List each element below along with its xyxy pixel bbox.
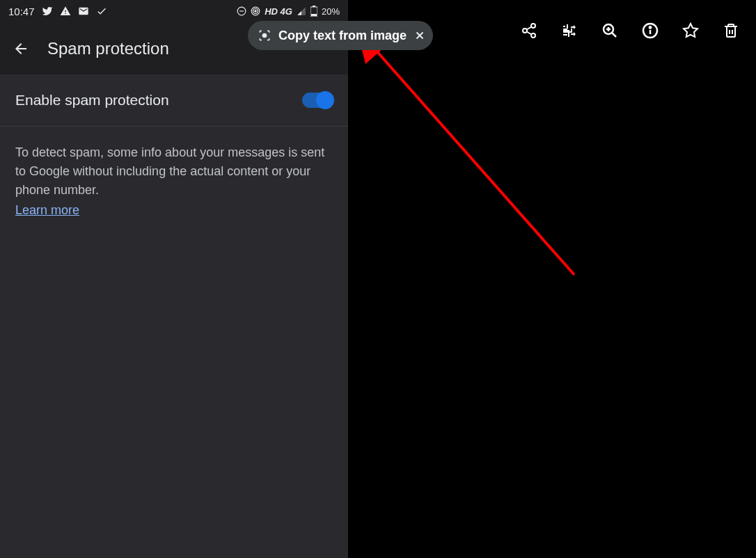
svg-point-11 (531, 24, 535, 28)
svg-point-12 (523, 29, 527, 33)
network-label: HD 4G (265, 6, 292, 17)
spam-toggle-label: Enable spam protection (15, 92, 169, 109)
status-left: 10:47 (8, 6, 107, 17)
twitter-icon (42, 6, 53, 17)
svg-rect-18 (563, 30, 569, 31)
svg-rect-19 (571, 29, 572, 33)
signal-icon (297, 6, 306, 16)
hotspot-icon (251, 6, 260, 16)
switch-thumb (316, 91, 334, 109)
spam-toggle-row[interactable]: Enable spam protection (0, 74, 348, 127)
photo-viewer (348, 0, 756, 558)
svg-rect-6 (313, 6, 315, 7)
close-icon[interactable] (414, 29, 426, 42)
checkmark-icon (96, 6, 107, 17)
learn-more-link[interactable]: Learn more (15, 201, 79, 220)
svg-rect-17 (567, 24, 568, 29)
warning-icon (60, 6, 71, 17)
battery-percent: 20% (322, 6, 340, 17)
svg-rect-20 (563, 34, 567, 35)
delete-button[interactable] (723, 22, 739, 39)
photo-toolbar (521, 22, 739, 39)
description-text: To detect spam, some info about your mes… (15, 145, 324, 197)
share-button[interactable] (521, 22, 537, 39)
svg-point-13 (531, 33, 535, 38)
page-title: Spam protection (47, 39, 169, 58)
svg-rect-7 (311, 14, 317, 16)
description-block: To detect spam, some info about your mes… (0, 127, 348, 237)
lens-icon (258, 29, 271, 42)
status-bar: 10:47 HD 4G (0, 0, 348, 22)
svg-line-15 (527, 32, 532, 35)
phone-screen: 10:47 HD 4G (0, 0, 348, 558)
svg-point-2 (255, 10, 256, 12)
battery-icon (310, 6, 317, 17)
spam-toggle-switch[interactable] (302, 93, 333, 108)
svg-marker-29 (684, 24, 698, 37)
edit-button[interactable] (561, 22, 578, 39)
copy-text-chip[interactable]: Copy text from image (248, 21, 433, 50)
status-time: 10:47 (8, 6, 35, 17)
svg-point-8 (263, 34, 267, 38)
favorite-button[interactable] (682, 22, 699, 39)
status-right: HD 4G 20% (237, 6, 340, 17)
svg-line-23 (612, 33, 616, 37)
svg-point-28 (649, 26, 651, 28)
svg-rect-21 (568, 33, 569, 37)
back-button[interactable] (13, 40, 29, 57)
dnd-icon (237, 6, 246, 16)
svg-line-14 (527, 27, 532, 30)
gmail-icon (78, 6, 89, 17)
info-button[interactable] (642, 22, 659, 39)
copy-chip-label: Copy text from image (278, 29, 407, 43)
svg-rect-16 (563, 26, 565, 27)
zoom-button[interactable] (601, 22, 618, 39)
